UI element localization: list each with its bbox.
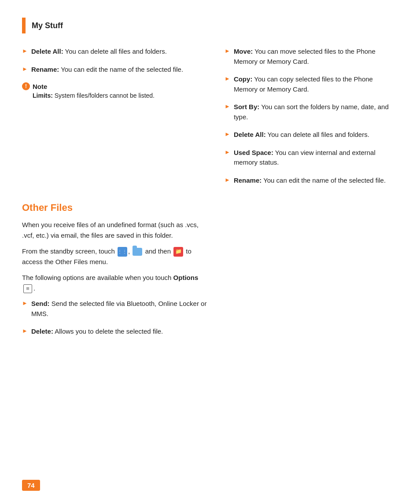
bullet-label: Delete: [31,327,53,335]
bullet-label: Rename: [31,66,59,73]
note-icon: ! [22,82,30,90]
bullet-body: You can copy selected files to the Phone… [234,75,373,93]
bullet-label: Delete All: [234,131,266,138]
list-item: ► Delete All: You can delete all files a… [22,47,207,57]
bullet-arrow-icon: ► [22,48,28,54]
other-files-section: Other Files When you receive files of an… [22,198,398,345]
page-header: My Stuff [22,18,398,33]
bullet-body: You can delete all files and folders. [65,48,167,55]
note-text: System files/folders cannot be listed. [55,92,155,99]
bullet-arrow-icon: ► [22,327,28,334]
page: My Stuff ► Delete All: You can delete al… [0,0,420,375]
bullet-body: You can delete all files and folders. [268,131,369,138]
list-item: ► Copy: You can copy selected files to t… [225,74,398,94]
bullet-arrow-icon: ► [225,103,230,110]
list-item: ► Used Space: You can view internal and … [225,148,398,168]
options-label: Options [173,274,199,281]
right-column: ► Move: You can move selected files to t… [225,47,398,193]
bullet-arrow-icon: ► [22,66,28,72]
bullet-arrow-icon: ► [225,48,230,54]
list-item: ► Delete: Allows you to delete the selec… [22,327,207,337]
bullet-arrow-icon: ► [225,75,230,82]
bullet-body: Allows you to delete the selected file. [55,327,163,335]
para2-suffix: and then [145,247,171,255]
bullet-text: Move: You can move selected files to the… [234,47,398,66]
bullet-label: Send: [31,300,50,307]
bullet-arrow-icon: ► [225,149,230,155]
bullet-label: Used Space: [234,149,273,156]
list-item: ► Rename: You can edit the name of the s… [22,65,207,75]
options-icon [23,284,32,293]
list-item: ► Rename: You can edit the name of the s… [225,176,398,186]
bullet-arrow-icon: ► [22,300,28,306]
other-files-right [225,198,398,345]
para2-prefix: From the standby screen, touch [22,247,115,255]
other-files-para1: When you receive files of an undefined f… [22,220,207,241]
note-label: Limits: [33,92,53,99]
bullet-body: You can edit the name of the selected fi… [61,66,183,73]
page-title: My Stuff [32,21,63,30]
grid-icon [118,247,127,257]
bullet-text: Rename: You can edit the name of the sel… [234,176,386,186]
list-item: ► Send: Send the selected file via Bluet… [22,299,207,319]
note-title: ! Note [22,82,207,90]
bullet-text: Delete All: You can delete all files and… [31,47,167,57]
bullet-label: Copy: [234,75,253,83]
note-body: Limits: System files/folders cannot be l… [22,92,207,99]
other-files-left: Other Files When you receive files of an… [22,198,207,345]
bullet-label: Rename: [234,177,262,184]
bullet-text: Rename: You can edit the name of the sel… [31,65,183,75]
bullet-arrow-icon: ► [225,177,230,183]
bullet-text: Used Space: You can view internal and ex… [234,148,398,168]
other-files-para3: The following options are available when… [22,272,207,294]
top-two-col: ► Delete All: You can delete all files a… [22,47,398,193]
bullet-label: Move: [234,48,253,55]
page-number: 74 [22,480,40,491]
list-item: ► Delete All: You can delete all files a… [225,130,398,140]
bullet-text: Delete All: You can delete all files and… [234,130,369,140]
list-item: ► Sort By: You can sort the folders by n… [225,102,398,122]
other-files-heading: Other Files [22,202,207,213]
para3-prefix: The following options are available when… [22,274,171,281]
bullet-body: You can move selected files to the Phone… [234,48,376,65]
orange-bar-icon [22,18,26,33]
bullet-body: You can edit the name of the selected fi… [263,177,386,184]
bullet-text: Copy: You can copy selected files to the… [234,74,398,94]
bullet-text: Delete: Allows you to delete the selecte… [31,327,163,337]
bullet-label: Delete All: [31,48,63,55]
left-column-top: ► Delete All: You can delete all files a… [22,47,207,193]
folder-icon [133,248,142,256]
note-heading: Note [33,83,47,90]
note-box: ! Note Limits: System files/folders cann… [22,82,207,99]
bullet-arrow-icon: ► [225,131,230,137]
bullet-text: Sort By: You can sort the folders by nam… [234,102,398,122]
list-item: ► Move: You can move selected files to t… [225,47,398,66]
mystuff-icon [173,247,183,257]
bullet-body: Send the selected file via Bluetooth, On… [31,300,207,317]
other-files-para2: From the standby screen, touch , and the… [22,246,207,267]
bullet-label: Sort By: [234,103,259,110]
bullet-text: Send: Send the selected file via Bluetoo… [31,299,207,319]
